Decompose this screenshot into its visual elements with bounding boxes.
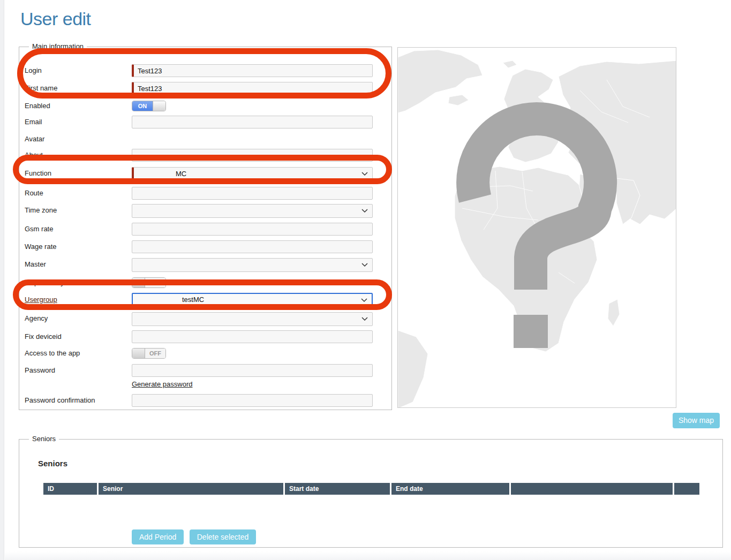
generate-password-link[interactable]: Generate password: [132, 380, 192, 388]
skip-in-analytic-toggle[interactable]: OFF: [132, 277, 166, 288]
toggle-off-label: OFF: [145, 278, 165, 287]
column-header-empty: [674, 483, 699, 495]
main-information-legend: Main information: [29, 42, 87, 50]
toggle-off-label: OFF: [145, 349, 165, 358]
toggle-handle: [132, 278, 145, 287]
access-to-the-app-label: Access to the app: [25, 349, 80, 357]
seniors-fieldset: Seniors Seniors ID Senior Start date End…: [19, 439, 723, 548]
route-label: Route: [25, 189, 43, 197]
skip-in-analytic-label: Skip in analytic: [25, 278, 71, 286]
enabled-label: Enabled: [25, 102, 50, 110]
access-to-the-app-toggle[interactable]: OFF: [132, 348, 166, 359]
time-zone-label: Time zone: [25, 206, 57, 214]
seniors-legend: Seniors: [29, 435, 59, 443]
function-select-value: MC: [134, 168, 372, 180]
page-footer-area: [5, 551, 731, 560]
master-label: Master: [25, 260, 46, 268]
column-header-id: ID: [43, 483, 97, 495]
toggle-on-label: ON: [132, 101, 153, 111]
toggle-handle: [153, 101, 165, 111]
column-header-senior: Senior: [99, 483, 283, 495]
email-input[interactable]: [132, 116, 373, 128]
avatar-label: Avatar: [25, 135, 44, 143]
about-input[interactable]: [132, 149, 373, 162]
wage-rate-input[interactable]: [132, 240, 373, 253]
user-edit-page: User edit Main information Login First n…: [0, 0, 731, 560]
password-confirmation-label: Password confirmation: [25, 396, 95, 404]
seniors-table-header: ID Senior Start date End date: [43, 483, 708, 495]
enabled-toggle[interactable]: ON: [132, 101, 166, 111]
password-label: Password: [25, 366, 55, 374]
toggle-handle: [132, 349, 145, 358]
function-select[interactable]: MC: [132, 167, 373, 181]
usergroup-select-value: testMC: [133, 294, 372, 306]
chevron-down-icon: [361, 263, 368, 267]
route-input[interactable]: [132, 187, 373, 200]
gsm-rate-label: Gsm rate: [25, 225, 53, 233]
password-confirmation-input[interactable]: [132, 394, 373, 407]
password-input[interactable]: [132, 364, 373, 377]
column-header-end-date: End date: [391, 483, 509, 495]
delete-selected-button[interactable]: Delete selected: [190, 529, 257, 544]
column-header-empty: [511, 483, 673, 495]
login-label: Login: [25, 66, 42, 74]
chevron-down-icon: [361, 317, 368, 321]
function-label: Function: [25, 169, 51, 177]
world-map: [398, 48, 676, 408]
wage-rate-label: Wage rate: [25, 243, 57, 251]
seniors-heading: Seniors: [38, 459, 67, 468]
column-header-start-date: Start date: [285, 483, 390, 495]
time-zone-select[interactable]: [132, 204, 373, 218]
login-input[interactable]: [132, 64, 373, 77]
agency-select[interactable]: [132, 312, 373, 326]
usergroup-select[interactable]: testMC: [132, 293, 373, 308]
chevron-down-icon: [361, 209, 368, 213]
map-placeholder-panel: [397, 47, 676, 408]
page-left-edge: [0, 0, 4, 560]
add-period-button[interactable]: Add Period: [132, 529, 184, 544]
about-label: About: [25, 151, 43, 159]
fix-deviceid-input[interactable]: [132, 330, 373, 343]
show-map-button[interactable]: Show map: [673, 413, 720, 428]
gsm-rate-input[interactable]: [132, 223, 373, 236]
chevron-down-icon: [361, 298, 367, 302]
first-name-input[interactable]: [132, 82, 373, 95]
master-select[interactable]: [132, 258, 373, 272]
first-name-label: First name: [25, 84, 57, 92]
page-title: User edit: [20, 9, 91, 29]
usergroup-link-label[interactable]: Usergroup: [25, 296, 57, 304]
fix-deviceid-label: Fix deviceid: [25, 332, 62, 340]
agency-label: Agency: [25, 314, 48, 322]
main-information-fieldset: Main information Login First name Enable…: [19, 47, 392, 410]
chevron-down-icon: [361, 172, 368, 176]
email-label: Email: [25, 118, 42, 126]
